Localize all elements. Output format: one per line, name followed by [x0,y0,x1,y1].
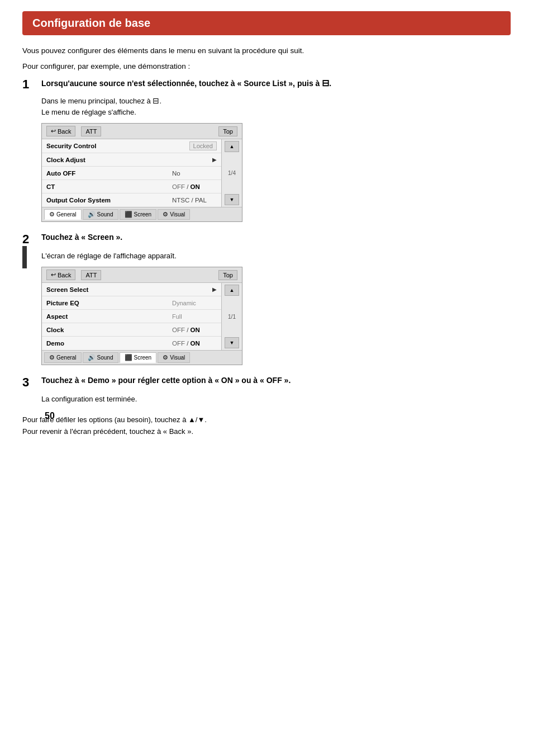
clock-adjust-arrow-icon: ▶ [212,157,217,163]
menu-2-tab-general[interactable]: ⚙ General [44,352,82,363]
menu-2-tab-screen[interactable]: ⬛ Screen [120,352,157,363]
aspect-value: Full [172,313,217,320]
menu-2-top-bar: ↩ Back ATT Top [42,267,242,283]
menu-row-output-color[interactable]: Output Color System NTSC / PAL [42,193,221,207]
intro-line2: Pour configurer, par exemple, une démons… [22,61,511,72]
security-value: Locked [189,141,217,150]
menu-row-aspect[interactable]: Aspect Full [42,310,221,323]
security-label: Security Control [46,143,189,149]
menu-ui-1: ↩ Back ATT Top Security Control Lock [41,123,242,222]
menu-row-demo[interactable]: Demo OFF / ON [42,337,221,350]
step-3-desc: La configuration est terminée. [41,394,511,405]
step-1-title: Lorsqu'aucune source n'est sélectionnée,… [41,77,331,89]
tab-visual-label-2: Visual [170,355,185,361]
step-2: 2 Touchez à « Screen ». L'écran de régla… [22,232,511,365]
step-1-number: 1 [22,77,38,92]
menu-row-ct[interactable]: CT OFF / ON [42,180,221,193]
clock-on: ON [191,327,200,333]
tab-screen-label: Screen [134,211,152,218]
demo-value: OFF / ON [172,340,217,347]
tab-sound-label-2: Sound [97,355,113,361]
tab-screen-label-2: Screen [134,355,152,361]
menu-ui-2: ↩ Back ATT Top Screen Select ▶ [41,267,242,365]
sound-icon: 🔊 [88,211,96,218]
menu-1-tab-general[interactable]: ⚙ General [44,209,82,220]
step-2-desc: L'écran de réglage de l'affichage appara… [41,251,511,262]
menu-1-main-area: Security Control Locked Clock Adjust ▶ A… [42,139,242,207]
menu-2-main-area: Screen Select ▶ Picture EQ Dynamic Aspec… [42,283,242,350]
screen-icon-2: ⬛ [125,354,132,361]
page-header: Configuration de base [22,11,511,35]
visual-icon-2: ⚙ [163,354,168,361]
back-arrow-icon: ↩ [51,127,56,135]
menu-1-tab-sound[interactable]: 🔊 Sound [83,209,118,220]
tab-general-label-2: General [56,355,77,361]
menu-row-clock-adjust[interactable]: Clock Adjust ▶ [42,153,221,167]
menu-2-scroll-up-button[interactable]: ▲ [225,285,239,296]
demo-on: ON [191,340,200,347]
demo-label: Demo [46,340,172,347]
menu-2-att-button[interactable]: ATT [81,270,101,280]
menu-1-back-button[interactable]: ↩ Back [46,126,75,136]
menu-row-screen-select[interactable]: Screen Select ▶ [42,283,221,296]
menu-1-top-bar: ↩ Back ATT Top [42,124,242,139]
step-1-desc: Dans le menu principal, touchez à ⊟. Le … [41,95,511,118]
menu-2-page-indicator: 1/1 [228,313,236,321]
ct-label: CT [46,183,172,190]
step-3-title: Touchez à « Demo » pour régler cette opt… [41,375,291,386]
menu-2-tab-visual[interactable]: ⚙ Visual [158,352,190,363]
tab-visual-label: Visual [170,211,185,218]
footer-line2: Pour revenir à l'écran précédent, touche… [22,426,511,438]
ct-value: OFF / ON [172,183,217,190]
menu-1-top-button[interactable]: Top [218,126,237,136]
menu-row-clock[interactable]: Clock OFF / ON [42,323,221,337]
clock-label: Clock [46,327,172,333]
general-icon-2: ⚙ [49,354,55,361]
page-number: 50 [45,411,55,421]
step-2-number: 2 [22,232,38,247]
sound-icon-2: 🔊 [88,354,96,361]
step-3-number: 3 [22,375,38,390]
menu-2-tab-sound[interactable]: 🔊 Sound [83,352,118,363]
tab-general-label: General [56,211,77,218]
screen-select-arrow-icon: ▶ [212,286,217,292]
step-3: 3 Touchez à « Demo » pour régler cette o… [22,375,511,404]
side-marker [22,246,27,268]
footer-notes: Pour faire défiler les options (au besoi… [22,414,511,438]
output-color-label: Output Color System [46,197,172,204]
menu-1-right-controls: ▲ 1/4 ▼ [221,139,242,207]
output-color-value: NTSC / PAL [172,197,217,204]
menu-1-tab-visual[interactable]: ⚙ Visual [158,209,190,220]
demo-off: OFF [172,340,185,347]
menu-1-tab-screen[interactable]: ⬛ Screen [120,209,157,220]
menu-1-scroll-up-button[interactable]: ▲ [225,141,239,152]
visual-icon: ⚙ [163,211,168,218]
step-2-title: Touchez à « Screen ». [41,232,122,243]
back-arrow-icon-2: ↩ [51,271,56,278]
picture-eq-value: Dynamic [172,300,217,306]
step-1: 1 Lorsqu'aucune source n'est sélectionné… [22,77,511,223]
intro-line1: Vous pouvez configurer des éléments dans… [22,45,511,56]
menu-1-page-indicator: 1/4 [228,169,236,177]
clock-off: OFF [172,327,185,333]
menu-2-scroll-down-button[interactable]: ▼ [225,337,239,348]
picture-eq-label: Picture EQ [46,300,172,306]
menu-row-security[interactable]: Security Control Locked [42,139,221,153]
menu-1-rows: Security Control Locked Clock Adjust ▶ A… [42,139,221,207]
page-title: Configuration de base [32,17,150,29]
screen-icon: ⬛ [125,211,132,218]
clock-value: OFF / ON [172,327,217,333]
tab-sound-label: Sound [97,211,113,218]
menu-2-right-controls: ▲ 1/1 ▼ [221,283,242,350]
menu-1-scroll-down-button[interactable]: ▼ [225,194,239,205]
menu-2-back-button[interactable]: ↩ Back [46,270,75,280]
menu-2-tab-bar: ⚙ General 🔊 Sound ⬛ Screen ⚙ Visual [42,350,242,365]
menu-1-att-button[interactable]: ATT [81,126,101,136]
menu-1-tab-bar: ⚙ General 🔊 Sound ⬛ Screen ⚙ Visual [42,207,242,221]
menu-row-auto-off[interactable]: Auto OFF No [42,167,221,180]
screen-select-label: Screen Select [46,286,210,293]
menu-2-top-button[interactable]: Top [218,270,237,280]
menu-2-rows: Screen Select ▶ Picture EQ Dynamic Aspec… [42,283,221,350]
menu-row-picture-eq[interactable]: Picture EQ Dynamic [42,296,221,310]
auto-off-label: Auto OFF [46,170,172,177]
